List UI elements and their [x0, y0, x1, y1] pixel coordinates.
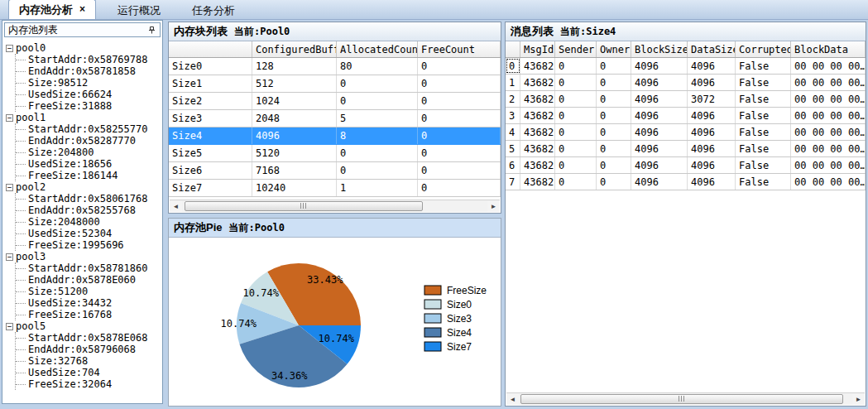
tree-leaf[interactable]: UsedSize:66624: [16, 89, 162, 100]
tree-node-pool0[interactable]: −pool0: [6, 42, 162, 54]
table-row[interactable]: 7436820040964096False00 00 00 00…: [506, 174, 866, 190]
table-cell: 0: [555, 108, 597, 123]
tree-leaf[interactable]: EndAddr:0x58781858: [16, 65, 162, 77]
column-header[interactable]: Owner: [597, 41, 631, 57]
tree-leaf[interactable]: Size:51200: [16, 286, 162, 297]
pool-tree: −pool0StartAddr:0x58769788EndAddr:0x5878…: [2, 39, 162, 398]
collapse-icon[interactable]: −: [6, 45, 13, 52]
scroll-right-arrow-icon[interactable]: ►: [487, 201, 500, 212]
tree-leaf[interactable]: EndAddr:0x58255768: [16, 204, 162, 216]
tree-leaf[interactable]: EndAddr:0x5878E060: [16, 274, 162, 286]
table-row[interactable]: 5436820040964096False00 00 00 00…: [506, 141, 866, 157]
tree-leaf-label: Size:51200: [28, 286, 88, 297]
tree-leaf[interactable]: Size:2048000: [16, 216, 162, 228]
table-cell: 4096: [688, 124, 736, 140]
table-row[interactable]: Size2102400: [169, 93, 501, 110]
tree-leaf[interactable]: UsedSize:34432: [16, 297, 162, 309]
column-header[interactable]: MsgId: [520, 41, 555, 57]
tree-node-pool3[interactable]: −pool3: [6, 251, 162, 262]
column-header[interactable]: BlockSize: [631, 41, 688, 57]
table-cell: 43682: [520, 91, 555, 107]
scroll-left-arrow-icon[interactable]: ◄: [170, 201, 182, 212]
tree-leaf[interactable]: StartAddr:0x5878E068: [16, 332, 162, 344]
pie-title: 内存池Pie: [174, 221, 223, 233]
tree-connector: [16, 94, 26, 95]
table-cell: 0: [597, 91, 631, 107]
tree-node-pool2[interactable]: −pool2: [6, 181, 162, 193]
collapse-icon[interactable]: −: [6, 253, 13, 261]
scroll-track[interactable]: [519, 394, 852, 405]
column-header[interactable]: Sender: [555, 41, 597, 57]
table-row[interactable]: Size71024010: [169, 180, 501, 197]
column-header[interactable]: FreeCount: [418, 41, 501, 57]
tree-leaf[interactable]: Size:204800: [16, 147, 162, 158]
table-cell: 4096: [631, 157, 688, 173]
table-cell: 00 00 00 00…: [791, 108, 866, 123]
tab-close-icon[interactable]: ×: [79, 1, 85, 18]
column-header[interactable]: AllocatedCount: [337, 41, 418, 57]
tree-leaf[interactable]: StartAddr:0x58061768: [16, 193, 162, 204]
scroll-right-arrow-icon[interactable]: ►: [852, 394, 865, 405]
tree-connector: [16, 315, 26, 315]
table-row[interactable]: 3436820040964096False00 00 00 00…: [506, 108, 866, 124]
tree-leaf[interactable]: FreeSize:32064: [16, 378, 162, 390]
table-cell: 0: [597, 157, 631, 173]
tab-1[interactable]: 运行概况: [108, 2, 170, 19]
tree-leaf[interactable]: EndAddr:0x58796068: [16, 344, 162, 355]
column-header[interactable]: ConfiguredBuffer: [252, 41, 337, 57]
table-row[interactable]: 2436820040963072False00 00 00 00…: [506, 91, 866, 108]
table-row[interactable]: 4436820040964096False00 00 00 00…: [506, 124, 866, 141]
tab-0[interactable]: 内存池分析×: [8, 0, 96, 19]
column-header[interactable]: [506, 41, 520, 57]
tree-leaf-label: Size:32768: [28, 355, 88, 367]
table-cell: 4096: [631, 75, 688, 90]
pie-chart: 33.43%10.74%10.74%34.36%10.74%FreeSizeSi…: [169, 238, 501, 407]
table-cell: 0: [418, 180, 501, 196]
tree-leaf[interactable]: UsedSize:52304: [16, 228, 162, 239]
tree-leaf[interactable]: StartAddr:0x58769788: [16, 54, 162, 65]
tree-leaf[interactable]: FreeSize:1995696: [16, 239, 162, 251]
tree-leaf-label: EndAddr:0x58255768: [28, 204, 136, 216]
tree-leaf[interactable]: FreeSize:31888: [16, 100, 162, 112]
tree-leaf[interactable]: Size:32768: [16, 355, 162, 367]
column-header[interactable]: BlockData: [791, 41, 866, 57]
table-cell: Size6: [169, 162, 252, 179]
table-row[interactable]: 0436820040964096False00 00 00 00…: [506, 58, 866, 75]
table-cell: 0: [555, 124, 597, 140]
table-row[interactable]: Size6716800: [169, 162, 501, 180]
tree-leaf[interactable]: UsedSize:18656: [16, 158, 162, 170]
block-table-hscrollbar[interactable]: ◄ ►: [170, 200, 500, 212]
scroll-left-arrow-icon[interactable]: ◄: [506, 394, 519, 405]
tree-node-pool1[interactable]: −pool1: [6, 112, 162, 123]
message-table-hscrollbar[interactable]: ◄ ►: [506, 392, 865, 405]
pin-icon[interactable]: [147, 26, 156, 35]
tree-leaf[interactable]: Size:98512: [16, 77, 162, 89]
table-row[interactable]: Size3204850: [169, 110, 501, 128]
tree-leaf[interactable]: FreeSize:186144: [16, 170, 162, 181]
table-row[interactable]: 1436820040964096False00 00 00 00…: [506, 75, 866, 91]
tree-leaf[interactable]: EndAddr:0x58287770: [16, 135, 162, 147]
collapse-icon[interactable]: −: [6, 184, 13, 191]
tree-leaf[interactable]: UsedSize:704: [16, 367, 162, 378]
collapse-icon[interactable]: −: [6, 323, 13, 330]
tree-leaf[interactable]: FreeSize:16768: [16, 309, 162, 320]
table-row[interactable]: 6436820040964096False00 00 00 00…: [506, 157, 866, 174]
scroll-track[interactable]: [182, 201, 487, 212]
column-header[interactable]: DataSize: [688, 41, 736, 57]
column-header[interactable]: [169, 41, 252, 57]
collapse-icon[interactable]: −: [6, 114, 13, 122]
message-list-current: 当前:Size4: [560, 26, 616, 37]
scroll-thumb[interactable]: [185, 201, 423, 211]
table-row[interactable]: Size151200: [169, 75, 501, 93]
tree-node-pool5[interactable]: −pool5: [6, 320, 162, 332]
table-cell: 43682: [520, 141, 555, 156]
table-row[interactable]: Size0128800: [169, 58, 501, 75]
scroll-thumb[interactable]: [520, 394, 843, 404]
table-row[interactable]: Size4409680: [169, 128, 501, 145]
tree-connector: [16, 176, 26, 176]
tree-leaf[interactable]: StartAddr:0x58255770: [16, 123, 162, 135]
column-header[interactable]: Corrupted: [736, 41, 791, 57]
table-row[interactable]: Size5512000: [169, 145, 501, 162]
tree-leaf[interactable]: StartAddr:0x58781860: [16, 262, 162, 274]
tab-2[interactable]: 任务分析: [182, 2, 245, 19]
